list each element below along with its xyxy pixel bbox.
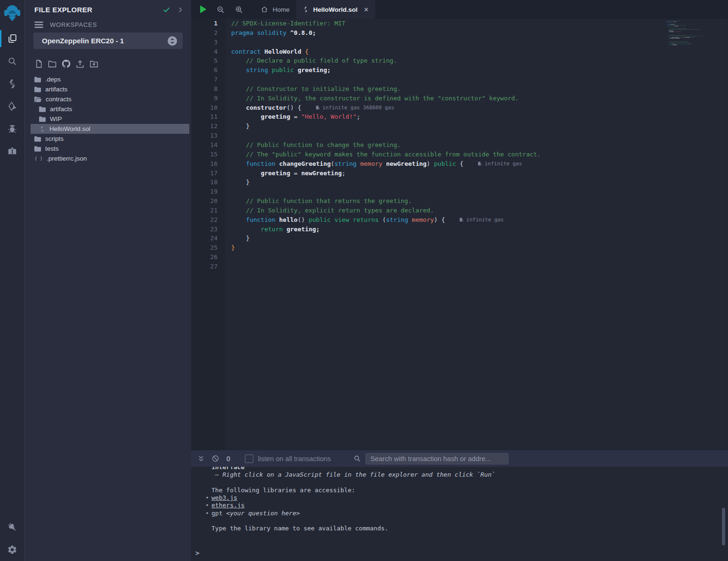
close-tab-icon[interactable]: ✕ [364,6,369,13]
gear-icon [7,545,17,555]
tree-item-artifacts-nested[interactable]: artifacts [31,104,189,114]
open-book-icon [7,146,17,157]
code-line: 10 constructor() {infinite gas 368600 ga… [191,103,728,113]
sidebar-item-search[interactable] [0,50,24,73]
tree-item-wip[interactable]: WIP [31,114,189,124]
code-line: 6 string public greeting; [191,65,728,75]
new-folder-icon[interactable] [48,59,57,68]
line-number: 8 [191,84,226,94]
bug-icon [7,124,17,134]
terminal-search-input[interactable] [365,453,509,464]
tree-item-tests[interactable]: tests [31,144,189,154]
tree-item-deps[interactable]: .deps [31,74,189,84]
line-number: 7 [191,75,226,84]
zoom-out-icon[interactable] [216,5,225,14]
code-line: 27 [191,262,728,271]
gas-estimate-badge: infinite gas [459,215,503,225]
gas-estimate-badge: infinite gas [477,159,522,169]
listen-transactions-checkbox[interactable] [245,455,253,463]
tree-item-label: WIP [50,115,62,122]
code-line: 4contract HelloWorld { [191,47,728,57]
icon-rail [0,0,25,561]
code-line: 13 [191,131,728,140]
line-number: 14 [191,140,226,150]
code-editor[interactable]: 1// SPDX-License-Identifier: MIT2pragma … [191,19,728,450]
tree-item-artifacts[interactable]: artifacts [31,84,189,94]
terminal-prompt[interactable]: > [195,549,199,557]
tab-home[interactable]: Home [254,0,296,19]
line-number: 16 [191,159,226,169]
upload-file-icon[interactable] [75,59,85,69]
tab-helloworld-sol[interactable]: HelloWorld.sol ✕ [296,0,375,19]
line-number: 22 [191,215,226,225]
solidity-icon [7,79,17,89]
hamburger-menu-icon[interactable] [34,21,43,28]
sidebar-item-learneth[interactable] [0,140,24,163]
file-tree: .deps artifacts contracts artifacts [25,74,191,163]
line-number: 9 [191,94,226,103]
tree-item-scripts[interactable]: scripts [31,134,189,144]
sidebar-item-plugin-manager[interactable] [0,516,24,538]
minimap-content: // SPDX-License-Identifier: MITpragma so… [665,20,712,50]
run-button[interactable] [199,5,207,14]
transaction-count: 0 [226,455,230,463]
clear-console-icon[interactable] [211,455,219,463]
code-line: 18 } [191,178,728,187]
upload-folder-icon[interactable] [89,59,99,68]
folder-icon [34,146,41,152]
listen-transactions-label: listen on all transactions [258,455,331,463]
line-number: 3 [191,38,226,47]
line-number: 23 [191,225,226,234]
code-line [666,49,712,50]
tree-item-label: artifacts [50,106,72,113]
code-line: 12 } [191,122,728,131]
code-line: 17 greeting = newGreeting; [191,169,728,178]
github-icon[interactable] [61,59,71,69]
code-line: 2pragma solidity ^0.8.0; [191,28,728,38]
code-line: 1// SPDX-License-Identifier: MIT [191,19,728,28]
sidebar-item-solidity-compiler[interactable] [0,73,24,95]
line-number: 1 [191,19,226,28]
remix-logo[interactable] [0,0,24,27]
code-line: 24 } [191,234,728,243]
editor-minimap[interactable]: // SPDX-License-Identifier: MITpragma so… [665,20,722,435]
line-number: 15 [191,150,226,159]
tree-item-prettierrc-json[interactable]: ( ) .prettierrc.json [31,154,189,163]
terminal-list-item[interactable]: ethers.js [211,502,728,509]
terminal-list-item[interactable]: web3.js [211,494,728,502]
terminal-output[interactable]: interface – Right click on a JavaScript … [191,467,728,561]
workspace-select[interactable]: OpenZeppelin ERC20 - 1 [33,33,183,49]
line-number: 20 [191,196,226,206]
tree-item-label: tests [45,145,59,152]
expand-terminal-icon[interactable] [197,455,205,463]
terminal-line: Type the library name to see available c… [211,525,728,532]
sidebar-item-settings[interactable] [0,538,24,561]
chevron-right-icon[interactable] [177,7,184,13]
solidity-file-icon [39,126,45,132]
tree-item-contracts[interactable]: contracts [31,94,189,104]
check-icon [162,6,170,14]
sidebar-item-debugger[interactable] [0,118,24,140]
editor-scrollbar[interactable] [721,19,728,450]
terminal-panel: 0 listen on all transactions interface –… [191,450,728,561]
folder-icon [34,136,41,142]
zoom-in-icon[interactable] [235,5,243,14]
sidebar-item-file-explorer[interactable] [0,27,24,50]
sidebar-item-deploy-run[interactable] [0,95,24,118]
terminal-scrollbar-thumb[interactable] [722,508,725,545]
home-icon [260,6,268,13]
line-number: 13 [191,131,226,140]
new-file-icon[interactable] [34,59,43,68]
code-line: 20 // Public function that returns the g… [191,196,728,206]
terminal-line: The following libraries are accessible: [211,487,728,494]
panel-title: FILE EXPLORER [34,6,162,14]
line-number: 24 [191,234,226,243]
terminal-search-icon [353,455,361,463]
search-icon [7,56,17,66]
tree-item-helloworld-sol[interactable]: HelloWorld.sol [31,124,189,134]
tab-home-label: Home [273,6,290,13]
code-line: 15 // The "public" keyword makes the fun… [191,150,728,159]
code-line: 19 [191,187,728,196]
workspace-sort-icon[interactable] [168,36,177,46]
tree-item-label: artifacts [45,86,67,93]
